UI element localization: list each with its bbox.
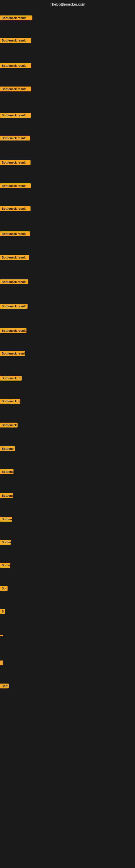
bottleneck-badge-19: Bottlene [0, 446, 15, 451]
bottleneck-badge-23: Bottlene [0, 540, 11, 545]
bottleneck-badge-21: Bottleneck [0, 493, 13, 498]
bottleneck-badge-16: Bottleneck re [0, 376, 21, 380]
bottleneck-badge-13: Bottleneck result [0, 304, 28, 309]
bottleneck-badge-28: I [0, 660, 3, 665]
bottleneck-badge-27 [0, 635, 3, 637]
bottleneck-badge-3: Bottleneck result [0, 63, 31, 68]
site-title: TheBottlenecker.com [0, 2, 135, 6]
bottleneck-badge-22: Bottleneck re [0, 517, 12, 522]
bottleneck-badge-15: Bottleneck result [0, 351, 25, 356]
bottleneck-badge-17: Bottleneck resul [0, 399, 20, 404]
bottleneck-badge-11: Bottleneck result [0, 255, 29, 260]
bottleneck-badge-5: Bottleneck result [0, 113, 31, 118]
bottleneck-badge-18: Bottleneck [0, 423, 17, 428]
bottleneck-badge-7: Bottleneck result [0, 160, 31, 165]
bottleneck-badge-12: Bottleneck result [0, 279, 28, 284]
bottleneck-badge-10: Bottleneck result [0, 231, 30, 236]
bottleneck-badge-2: Bottleneck result [0, 38, 31, 43]
bottleneck-badge-20: Bottleneck r [0, 469, 13, 474]
bottleneck-badge-24: Bottleneck [0, 563, 10, 568]
bottleneck-badge-1: Bottleneck result [0, 16, 32, 20]
bottleneck-badge-29: Bott [0, 684, 9, 688]
bottleneck-badge-8: Bottleneck result [0, 183, 31, 188]
bottleneck-badge-6: Bottleneck result [0, 135, 30, 141]
bottleneck-badge-4: Bottleneck result [0, 87, 31, 91]
bottleneck-badge-25: Bo [0, 586, 8, 591]
bottleneck-badge-14: Bottleneck result [0, 328, 27, 333]
bottleneck-badge-9: Bottleneck result [0, 206, 31, 211]
bottleneck-badge-26: B [0, 609, 5, 614]
